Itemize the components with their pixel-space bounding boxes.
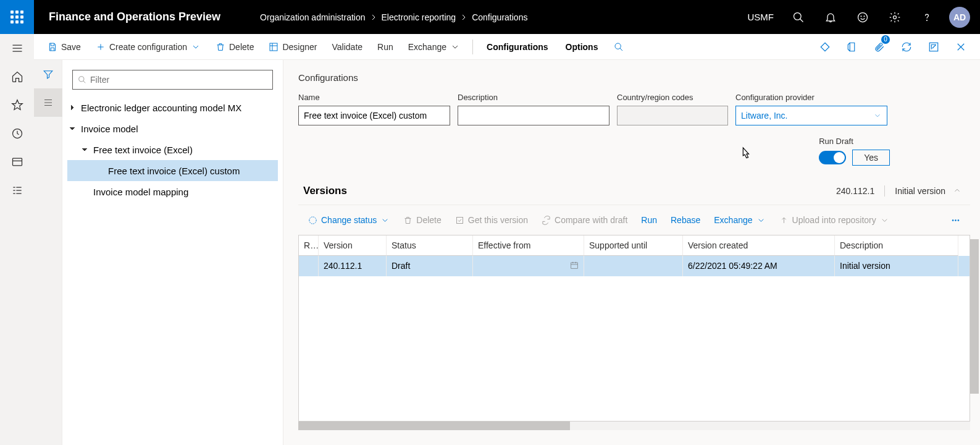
action-bar: Save Create configuration Delete Designe… (34, 34, 980, 60)
rundraft-toggle[interactable] (819, 151, 846, 164)
crumb-1[interactable]: Electronic reporting (382, 12, 456, 22)
chevron-down-icon (873, 111, 882, 120)
svg-point-4 (894, 15, 897, 19)
rebase-button[interactable]: Rebase (666, 210, 705, 230)
run-button[interactable]: Run (371, 34, 400, 60)
vertical-scrollbar[interactable] (970, 239, 979, 394)
save-button[interactable]: Save (41, 34, 87, 60)
home-icon[interactable] (0, 62, 34, 91)
filter-pane-icon[interactable] (34, 60, 62, 88)
star-icon[interactable] (0, 91, 34, 119)
refresh-icon[interactable] (895, 34, 918, 60)
col-supported[interactable]: Supported until (584, 235, 683, 256)
calendar-icon[interactable] (570, 261, 579, 271)
validate-label: Validate (332, 42, 363, 52)
collapse-icon[interactable] (80, 146, 90, 153)
chevron-down-icon (756, 216, 766, 225)
upload-button[interactable]: Upload into repository (774, 210, 894, 230)
version-exchange-button[interactable]: Exchange (709, 210, 770, 230)
provider-field: Configuration provider Litware, Inc. (735, 93, 887, 125)
popout-icon[interactable] (922, 34, 945, 60)
crumb-0[interactable]: Organization administration (260, 12, 365, 22)
col-r[interactable]: R... (299, 235, 319, 256)
cell-version: 240.112.1 (319, 256, 387, 276)
versions-toolbar: Change status Delete Get this version Co… (298, 205, 970, 235)
change-status-button[interactable]: Change status (303, 210, 395, 230)
provider-select[interactable]: Litware, Inc. (735, 106, 887, 125)
vdelete-label: Delete (416, 215, 441, 225)
list-pane-icon[interactable] (34, 88, 62, 117)
crumb-2[interactable]: Configurations (472, 12, 527, 22)
top-right: USMF AD (740, 0, 981, 34)
clock-icon[interactable] (0, 119, 34, 148)
desc-input[interactable] (458, 106, 609, 125)
svg-point-0 (794, 12, 802, 20)
app-launcher-button[interactable] (0, 0, 34, 34)
more-button[interactable] (946, 210, 965, 230)
search-icon (78, 75, 86, 84)
close-icon[interactable] (949, 34, 973, 60)
modules-icon[interactable] (0, 176, 34, 205)
run-label: Run (377, 42, 393, 52)
tree-node-fti-excel[interactable]: Free text invoice (Excel) (67, 139, 278, 160)
configurations-tab[interactable]: Configurations (479, 42, 556, 52)
exchange-button[interactable]: Exchange (402, 34, 466, 60)
validate-button[interactable]: Validate (326, 34, 369, 60)
tree-node-mapping[interactable]: Invoice model mapping (67, 181, 278, 202)
attachment-badge: 0 (881, 35, 890, 44)
compare-button[interactable]: Compare with draft (537, 210, 632, 230)
col-status[interactable]: Status (387, 235, 473, 256)
name-input[interactable] (298, 106, 450, 125)
create-label: Create configuration (109, 42, 187, 52)
form-row-2: Run Draft Yes (298, 137, 970, 166)
tree-label: Invoice model (81, 124, 138, 134)
designer-button[interactable]: Designer (262, 34, 323, 60)
collapse-icon[interactable] (949, 186, 965, 197)
config-tree: Electronic ledger accounting model MX In… (62, 97, 283, 202)
form-row-1: Name Description Country/region codes Co… (298, 93, 970, 125)
search-action-button[interactable] (608, 34, 630, 60)
left-nav-rail (0, 34, 34, 445)
svg-point-11 (79, 77, 84, 82)
col-description[interactable]: Description (835, 235, 958, 256)
search-icon[interactable] (784, 0, 813, 34)
filter-field[interactable] (90, 75, 267, 85)
tree-node-mx[interactable]: Electronic ledger accounting model MX (67, 97, 278, 118)
tree-label: Electronic ledger accounting model MX (81, 103, 241, 113)
expand-icon[interactable] (67, 104, 77, 111)
hamburger-icon[interactable] (0, 34, 34, 62)
help-icon[interactable] (912, 0, 942, 34)
gear-icon[interactable] (880, 0, 910, 34)
office-icon[interactable] (840, 34, 864, 60)
options-tab[interactable]: Options (558, 42, 606, 52)
separator (884, 185, 885, 197)
delete-button[interactable]: Delete (209, 34, 260, 60)
breadcrumb: Organization administration Electronic r… (235, 12, 527, 22)
version-run-button[interactable]: Run (636, 210, 662, 230)
name-label: Name (298, 93, 450, 102)
collapse-icon[interactable] (67, 125, 77, 132)
col-effective[interactable]: Effective from (473, 235, 584, 256)
cell-supported (584, 256, 683, 276)
col-version[interactable]: Version (319, 235, 387, 256)
tree-node-fti-custom[interactable]: Free text invoice (Excel) custom (67, 160, 278, 181)
version-delete-button[interactable]: Delete (398, 210, 446, 230)
horizontal-scrollbar[interactable] (298, 422, 970, 430)
smiley-icon[interactable] (848, 0, 877, 34)
tree-node-invoice-model[interactable]: Invoice model (67, 118, 278, 139)
avatar[interactable]: AD (949, 7, 970, 28)
svg-rect-7 (12, 158, 22, 166)
col-created[interactable]: Version created (683, 235, 835, 256)
tree-filter-input[interactable] (72, 70, 273, 90)
versions-header: Versions 240.112.1 Initial version (298, 177, 970, 205)
diamond-icon[interactable] (813, 34, 837, 60)
table-row[interactable]: 240.112.1 Draft 6/22/2021 05:49:22 AM In… (299, 256, 970, 276)
get-version-button[interactable]: Get this version (450, 210, 533, 230)
bell-icon[interactable] (816, 0, 845, 34)
create-configuration-button[interactable]: Create configuration (90, 34, 207, 60)
workspace-icon[interactable] (0, 148, 34, 176)
company-picker[interactable]: USMF (740, 12, 782, 22)
delete-label: Delete (229, 42, 254, 52)
attachments-button[interactable]: 0 (868, 34, 891, 60)
svg-rect-16 (571, 263, 578, 268)
